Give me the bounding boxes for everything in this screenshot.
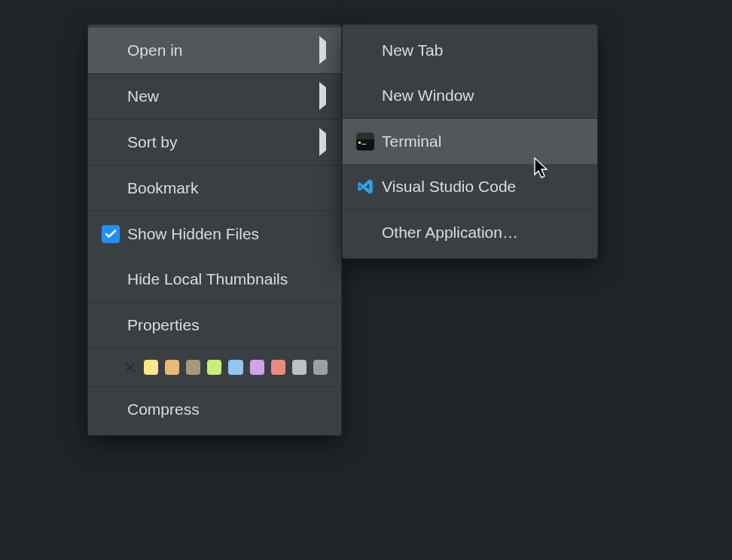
submenu-arrow-icon	[319, 133, 326, 151]
menu-item-label: Terminal	[382, 132, 582, 151]
color-tag-1[interactable]	[144, 360, 158, 375]
color-tag-row	[88, 348, 341, 386]
menu-item-label: New Tab	[382, 41, 582, 59]
vscode-icon	[353, 178, 377, 196]
menu-item-label: New	[127, 87, 319, 105]
menu-item-hide-thumbnails[interactable]: Hide Local Thumbnails	[88, 257, 341, 302]
menu-item-label: Open in	[127, 41, 319, 59]
menu-item-compress[interactable]: Compress	[88, 387, 341, 432]
context-menu: Open in New Sort by Bookmark Show Hidden…	[87, 24, 342, 436]
color-tag-clear[interactable]	[123, 360, 137, 375]
submenu-arrow-icon	[319, 41, 326, 59]
color-tag-8[interactable]	[292, 360, 307, 375]
check-icon	[102, 225, 120, 243]
submenu-item-vscode[interactable]: Visual Studio Code	[343, 164, 597, 209]
menu-item-label: Properties	[127, 316, 326, 334]
color-tag-5[interactable]	[228, 360, 242, 375]
menu-item-properties[interactable]: Properties	[88, 303, 341, 348]
menu-item-bookmark[interactable]: Bookmark	[88, 166, 341, 211]
menu-item-show-hidden[interactable]: Show Hidden Files	[88, 212, 341, 257]
color-tag-9[interactable]	[313, 360, 328, 375]
submenu-item-new-tab[interactable]: New Tab	[343, 28, 597, 73]
menu-item-label: Other Application…	[382, 224, 582, 242]
color-tag-7[interactable]	[271, 360, 285, 375]
color-tag-4[interactable]	[207, 360, 221, 375]
terminal-icon	[353, 132, 377, 151]
menu-item-label: Sort by	[127, 133, 319, 151]
color-tag-6[interactable]	[250, 360, 264, 375]
menu-item-label: Bookmark	[127, 179, 326, 197]
menu-item-open-in[interactable]: Open in	[88, 28, 341, 73]
menu-item-new[interactable]: New	[88, 74, 341, 119]
menu-item-label: Show Hidden Files	[127, 225, 326, 243]
submenu-arrow-icon	[319, 87, 326, 105]
menu-item-sort-by[interactable]: Sort by	[88, 120, 341, 165]
submenu-open-in: New Tab New Window Terminal Visual Studi…	[342, 24, 598, 259]
menu-item-label: Compress	[127, 400, 326, 418]
checkbox-show-hidden[interactable]	[99, 225, 123, 243]
submenu-item-terminal[interactable]: Terminal	[343, 119, 597, 164]
color-tag-2[interactable]	[165, 360, 179, 375]
submenu-item-new-window[interactable]: New Window	[343, 73, 597, 118]
menu-item-label: New Window	[382, 87, 582, 105]
color-tag-3[interactable]	[186, 360, 200, 375]
menu-item-label: Hide Local Thumbnails	[127, 270, 326, 288]
menu-item-label: Visual Studio Code	[382, 178, 582, 196]
submenu-item-other-application[interactable]: Other Application…	[343, 210, 597, 255]
